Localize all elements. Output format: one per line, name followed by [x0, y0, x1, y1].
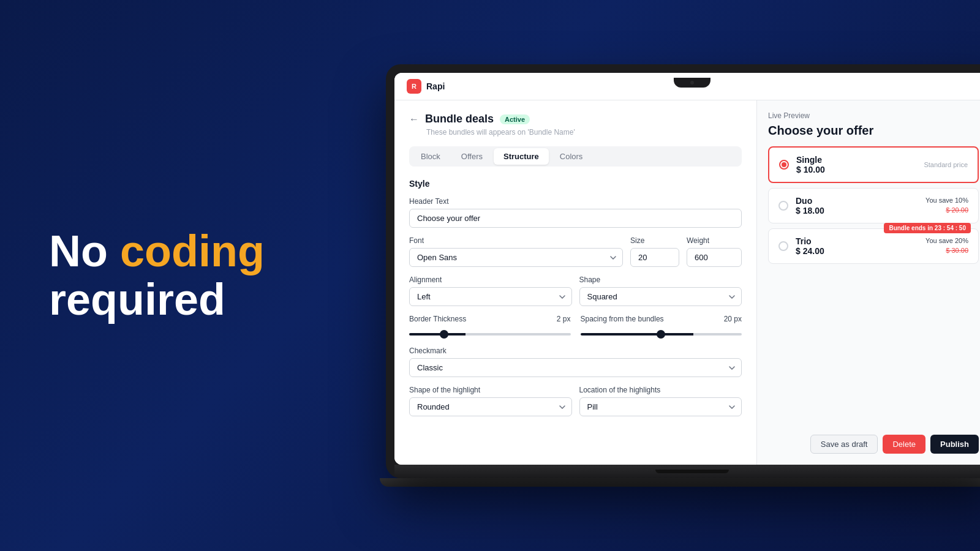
hero-section: No coding required [49, 227, 265, 324]
offer-duo-info: Duo $ 18.00 [796, 196, 824, 216]
border-thickness-value: 2 px [557, 315, 571, 323]
page-header: ← Bundle deals Active [409, 113, 742, 126]
offer-duo-name: Duo [796, 196, 824, 206]
tab-block[interactable]: Block [411, 148, 450, 165]
spacing-slider[interactable] [581, 333, 742, 335]
offer-trio-info: Trio $ 24.00 [796, 236, 824, 256]
offer-trio-right: You save 20% $ 30.00 [925, 237, 968, 255]
offer-trio-radio [778, 241, 788, 251]
hero-line1: No [49, 227, 120, 276]
offer-trio-price: $ 24.00 [796, 246, 824, 256]
offer-duo-radio [778, 201, 788, 211]
offer-duo-left: Duo $ 18.00 [778, 196, 824, 216]
hero-highlight: coding [120, 227, 265, 276]
checkmark-group: Checkmark Classic [409, 347, 742, 377]
camera-dot [690, 81, 694, 84]
header-text-label: Header Text [409, 197, 742, 206]
timer-badge: Bundle ends in 23 : 54 : 50 [884, 223, 971, 233]
offer-card-trio[interactable]: Bundle ends in 23 : 54 : 50 Trio $ 24.00… [768, 228, 979, 264]
location-highlight-label: Location of the highlights [579, 386, 742, 394]
spacing-header: Spacing from the bundles 20 px [581, 315, 742, 323]
spacing-label: Spacing from the bundles [581, 315, 664, 323]
app-name: Rapi [426, 81, 445, 91]
app-logo: R [407, 79, 421, 94]
alignment-label: Alignment [409, 276, 572, 284]
header-text-input[interactable] [409, 209, 742, 228]
save-draft-button[interactable]: Save as draft [810, 435, 878, 454]
page-title: Bundle deals [425, 113, 494, 126]
shape-select[interactable]: Squared [579, 287, 742, 306]
offer-single-right: Standard price [924, 161, 968, 168]
offer-single-tag: Standard price [924, 161, 968, 168]
shape-col: Shape Squared [579, 276, 742, 306]
header-text-group: Header Text [409, 197, 742, 228]
font-select[interactable]: Open Sans [409, 248, 623, 267]
tab-offers[interactable]: Offers [451, 148, 492, 165]
shape-highlight-label: Shape of the highlight [409, 386, 572, 394]
offer-single-left: Single $ 10.00 [779, 155, 825, 174]
font-label: Font [409, 236, 623, 245]
offer-trio-original: $ 30.00 [946, 247, 968, 254]
offer-duo-original: $ 20.00 [946, 206, 968, 214]
laptop-body: R Rapi ← Bundle deals Active These bundl… [386, 64, 980, 478]
offer-single-price: $ 10.00 [796, 165, 825, 174]
radio-dot [782, 162, 786, 167]
location-highlight-col: Location of the highlights Pill [579, 386, 742, 416]
font-size-weight-row: Font Open Sans Size Weight [409, 236, 742, 267]
spacing-value: 20 px [724, 315, 742, 323]
back-button[interactable]: ← [409, 114, 419, 125]
offer-trio-name: Trio [796, 236, 824, 246]
location-highlight-select[interactable]: Pill [579, 397, 742, 416]
alignment-shape-row: Alignment Left Shape Squared [409, 276, 742, 306]
spacing-col: Spacing from the bundles 20 px [581, 315, 742, 338]
border-thickness-label: Border Thickness [409, 315, 466, 323]
checkmark-label: Checkmark [409, 347, 742, 355]
offer-card-single[interactable]: Single $ 10.00 Standard price [768, 146, 979, 183]
size-col: Size [630, 236, 679, 267]
size-input[interactable] [630, 248, 679, 267]
offer-duo-price: $ 18.00 [796, 206, 824, 216]
preview-title: Choose your offer [768, 124, 979, 138]
offer-card-duo[interactable]: Duo $ 18.00 You save 10% $ 20.00 [768, 188, 979, 223]
checkmark-select[interactable]: Classic [409, 358, 742, 377]
offer-duo-right: You save 10% $ 20.00 [925, 197, 968, 215]
page-subtitle: These bundles will appears on 'Bundle Na… [426, 128, 742, 137]
alignment-select[interactable]: Left [409, 287, 572, 306]
tab-bar: Block Offers Structure Colors [409, 146, 742, 167]
laptop-foot [380, 478, 980, 487]
offer-single-radio [779, 160, 789, 170]
weight-col: Weight [687, 236, 742, 267]
offer-single-name: Single [796, 155, 825, 165]
alignment-col: Alignment Left [409, 276, 572, 306]
weight-input[interactable] [687, 248, 742, 267]
laptop-wrapper: R Rapi ← Bundle deals Active These bundl… [386, 64, 980, 487]
shape-label: Shape [579, 276, 742, 284]
border-thickness-slider[interactable] [409, 333, 571, 335]
border-thickness-header: Border Thickness 2 px [409, 315, 571, 323]
slider-group: Border Thickness 2 px Spacing from the b… [409, 315, 742, 338]
offer-single-info: Single $ 10.00 [796, 155, 825, 174]
delete-button[interactable]: Delete [883, 435, 925, 454]
border-thickness-col: Border Thickness 2 px [409, 315, 571, 338]
shape-highlight-col: Shape of the highlight Rounded [409, 386, 572, 416]
shape-highlight-select[interactable]: Rounded [409, 397, 572, 416]
publish-button[interactable]: Publish [930, 435, 979, 454]
laptop-screen: R Rapi ← Bundle deals Active These bundl… [394, 73, 980, 465]
app-content: ← Bundle deals Active These bundles will… [394, 100, 980, 465]
app-ui: R Rapi ← Bundle deals Active These bundl… [394, 73, 980, 465]
offer-duo-save: You save 10% [925, 197, 968, 204]
laptop-base [394, 465, 980, 478]
style-section-label: Style [409, 179, 742, 189]
tab-colors[interactable]: Colors [550, 148, 593, 165]
offer-trio-save: You save 20% [925, 237, 968, 244]
offer-trio-left: Trio $ 24.00 [778, 236, 824, 256]
live-preview-label: Live Preview [768, 111, 979, 120]
left-panel: ← Bundle deals Active These bundles will… [394, 100, 757, 465]
action-buttons: Save as draft Delete Publish [768, 425, 979, 454]
hero-line2: required [49, 275, 225, 324]
size-label: Size [630, 236, 679, 245]
tab-structure[interactable]: Structure [494, 148, 549, 165]
camera-notch [674, 78, 710, 88]
weight-label: Weight [687, 236, 742, 245]
font-col: Font Open Sans [409, 236, 623, 267]
